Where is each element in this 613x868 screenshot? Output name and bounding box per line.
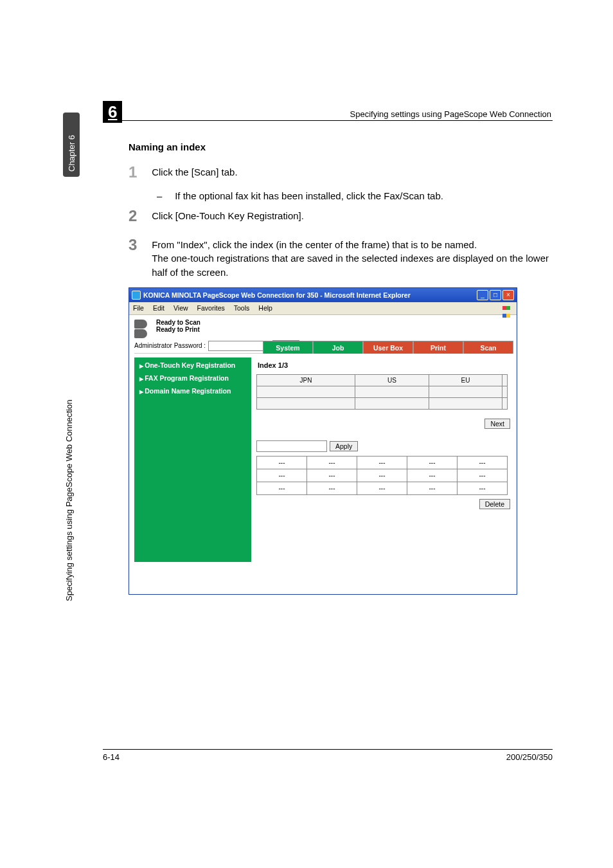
grid-cell[interactable]: --- — [407, 456, 458, 469]
scanner-icon — [134, 320, 147, 329]
top-strip: Ready to Scan Ready to Print Administrat… — [134, 319, 511, 354]
index-label: Index 1/3 — [258, 361, 510, 369]
index-cell-empty-6[interactable] — [257, 397, 355, 409]
grid-cell[interactable]: --- — [407, 469, 458, 482]
grid-cell[interactable]: --- — [357, 456, 407, 469]
browser-window: KONICA MINOLTA PageScope Web Connection … — [129, 287, 517, 595]
chapter-number: 6 — [103, 101, 122, 123]
step-2-num: 2 — [129, 205, 149, 228]
step-1-sub: – If the optional fax kit has been insta… — [157, 190, 553, 201]
maximize-icon[interactable]: □ — [490, 290, 501, 300]
sidebar-item-fax-program[interactable]: FAX Program Registration — [136, 372, 250, 384]
next-button[interactable]: Next — [484, 419, 510, 429]
admin-password-label: Administrator Password : — [134, 342, 206, 349]
menu-file[interactable]: File — [133, 304, 144, 312]
index-cell-empty-9[interactable] — [502, 397, 508, 409]
side-label: Specifying settings using PageScope Web … — [64, 400, 74, 601]
registration-grid: --- --- --- --- --- --- --- --- --- — [256, 456, 508, 495]
grid-cell[interactable]: --- — [458, 456, 508, 469]
index-cell-empty-5[interactable] — [502, 386, 508, 397]
index-cell-eu[interactable]: EU — [429, 374, 502, 386]
table-row: --- --- --- --- --- — [257, 469, 508, 482]
menu-edit[interactable]: Edit — [153, 304, 164, 312]
grid-cell[interactable]: --- — [307, 469, 357, 482]
main-panel: Index 1/3 JPN US EU — [255, 357, 511, 562]
index-cell-empty-2[interactable] — [257, 386, 355, 397]
side-panel: One-Touch Key Registration FAX Program R… — [134, 357, 251, 562]
minimize-icon[interactable]: _ — [477, 290, 488, 300]
grid-cell[interactable]: --- — [458, 482, 508, 494]
window-title: KONICA MINOLTA PageScope Web Connection … — [143, 291, 477, 299]
step-1-sub-text: If the optional fax kit has been install… — [175, 190, 547, 201]
menu-bar: File Edit View Favorites Tools Help — [129, 302, 517, 315]
model-label: 200/250/350 — [506, 752, 553, 762]
menu-view[interactable]: View — [173, 304, 188, 312]
apply-button[interactable]: Apply — [330, 441, 358, 451]
step-1: 1 Click the [Scan] tab. — [129, 161, 553, 184]
tab-userbox[interactable]: User Box — [363, 341, 413, 354]
apply-row: Apply — [256, 440, 510, 452]
index-cell-empty-4[interactable] — [429, 386, 502, 397]
grid-cell[interactable]: --- — [357, 469, 407, 482]
printer-icon — [134, 329, 147, 338]
step-3-text: From "Index", click the index (in the ce… — [152, 234, 549, 280]
status-scan: Ready to Scan — [156, 319, 200, 326]
step-1-text: Click the [Scan] tab. — [152, 161, 549, 179]
index-cell-us[interactable]: US — [355, 374, 429, 386]
grid-cell[interactable]: --- — [257, 482, 307, 494]
window-titlebar[interactable]: KONICA MINOLTA PageScope Web Connection … — [129, 288, 517, 302]
close-icon[interactable]: × — [502, 290, 514, 300]
grid-cell[interactable]: --- — [257, 469, 307, 482]
sidebar-item-one-touch[interactable]: One-Touch Key Registration — [136, 359, 250, 372]
table-row: --- --- --- --- --- — [257, 456, 508, 469]
index-table: JPN US EU — [256, 374, 508, 410]
windows-logo-icon — [502, 303, 513, 312]
step-3: 3 From "Index", click the index (in the … — [129, 234, 553, 280]
grid-cell[interactable]: --- — [407, 482, 458, 494]
page-footer: 6-14 200/250/350 — [103, 749, 553, 762]
step-1-num: 1 — [129, 161, 149, 184]
tab-scan[interactable]: Scan — [463, 341, 513, 354]
index-cell-empty-3[interactable] — [355, 386, 429, 397]
main-tabs: System Job User Box Print Scan — [263, 341, 513, 354]
section-title: Naming an index — [129, 141, 553, 152]
menu-tools[interactable]: Tools — [234, 304, 250, 312]
step-3-line2: The one-touch registrations that are sav… — [152, 253, 549, 278]
tab-job[interactable]: Job — [313, 341, 363, 354]
grid-cell[interactable]: --- — [307, 456, 357, 469]
tab-system[interactable]: System — [263, 341, 313, 354]
index-name-input[interactable] — [256, 440, 327, 452]
index-cell-empty-7[interactable] — [355, 397, 429, 409]
tab-print[interactable]: Print — [413, 341, 463, 354]
table-row: --- --- --- --- --- — [257, 482, 508, 494]
page-header-title: Specifying settings using PageScope Web … — [103, 109, 553, 119]
index-cell-empty-8[interactable] — [429, 397, 502, 409]
grid-cell[interactable]: --- — [458, 469, 508, 482]
menu-favorites[interactable]: Favorites — [197, 304, 225, 312]
grid-cell[interactable]: --- — [257, 456, 307, 469]
step-2-text: Click [One-Touch Key Registration]. — [152, 205, 549, 223]
index-cell-jpn[interactable]: JPN — [257, 374, 355, 386]
page-number: 6-14 — [103, 752, 120, 762]
chapter-tab: Chapter 6 — [63, 113, 80, 177]
grid-cell[interactable]: --- — [357, 482, 407, 494]
status-print: Ready to Print — [156, 326, 200, 333]
menu-help[interactable]: Help — [258, 304, 272, 312]
step-3-line1: From "Index", click the index (in the ce… — [152, 239, 477, 250]
step-2: 2 Click [One-Touch Key Registration]. — [129, 205, 553, 228]
grid-cell[interactable]: --- — [307, 482, 357, 494]
side-rail: Chapter 6 Specifying settings using Page… — [63, 113, 87, 608]
admin-password-input[interactable] — [208, 341, 270, 351]
dash-bullet: – — [157, 190, 172, 201]
step-3-num: 3 — [129, 234, 149, 257]
delete-button[interactable]: Delete — [479, 499, 510, 509]
index-cell-empty-1[interactable] — [502, 374, 508, 386]
sidebar-item-domain-name[interactable]: Domain Name Registration — [136, 384, 250, 397]
chapter-tab-label: Chapter 6 — [67, 135, 76, 172]
ie-icon — [132, 291, 141, 300]
page-header: 6 Specifying settings using PageScope We… — [103, 109, 553, 121]
status-icons — [134, 319, 151, 339]
